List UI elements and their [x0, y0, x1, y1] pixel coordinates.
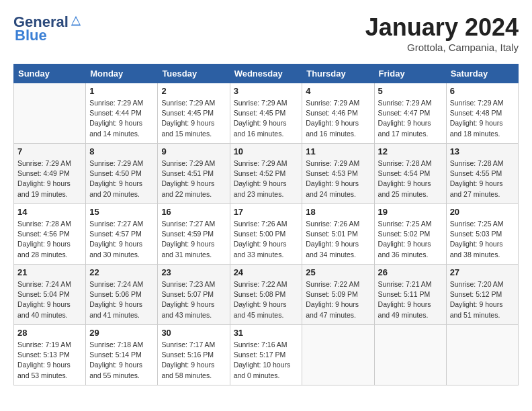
- day-cell: 1Sunrise: 7:29 AMSunset: 4:44 PMDaylight…: [86, 83, 158, 144]
- day-info: Sunrise: 7:28 AMSunset: 4:55 PMDaylight:…: [450, 158, 515, 199]
- week-row-3: 14Sunrise: 7:28 AMSunset: 4:56 PMDayligh…: [14, 204, 519, 265]
- day-cell: 21Sunrise: 7:24 AMSunset: 5:04 PMDayligh…: [14, 265, 86, 325]
- day-info: Sunrise: 7:29 AMSunset: 4:53 PMDaylight:…: [306, 158, 370, 199]
- day-number: 5: [378, 86, 443, 96]
- day-info: Sunrise: 7:29 AMSunset: 4:49 PMDaylight:…: [17, 158, 82, 199]
- week-row-4: 21Sunrise: 7:24 AMSunset: 5:04 PMDayligh…: [14, 265, 519, 325]
- day-info: Sunrise: 7:23 AMSunset: 5:07 PMDaylight:…: [161, 279, 226, 320]
- day-number: 27: [450, 267, 515, 277]
- day-cell: 18Sunrise: 7:26 AMSunset: 5:01 PMDayligh…: [302, 204, 374, 265]
- title-block: January 2024 Grottola, Campania, Italy: [365, 13, 519, 53]
- logo-icon: [70, 15, 82, 27]
- day-number: 8: [89, 146, 154, 156]
- day-number: 2: [161, 86, 226, 96]
- day-info: Sunrise: 7:25 AMSunset: 5:03 PMDaylight:…: [450, 219, 515, 260]
- day-cell: 24Sunrise: 7:22 AMSunset: 5:08 PMDayligh…: [230, 265, 302, 325]
- day-cell: 9Sunrise: 7:29 AMSunset: 4:51 PMDaylight…: [158, 144, 230, 204]
- day-cell: [374, 325, 446, 385]
- col-header-wednesday: Wednesday: [230, 64, 302, 83]
- day-number: 9: [161, 146, 226, 156]
- day-cell: 22Sunrise: 7:24 AMSunset: 5:06 PMDayligh…: [86, 265, 158, 325]
- day-cell: 7Sunrise: 7:29 AMSunset: 4:49 PMDaylight…: [14, 144, 86, 204]
- day-number: 20: [450, 207, 515, 217]
- logo-blue: Blue: [15, 27, 47, 44]
- day-info: Sunrise: 7:29 AMSunset: 4:46 PMDaylight:…: [306, 98, 370, 139]
- day-cell: 2Sunrise: 7:29 AMSunset: 4:45 PMDaylight…: [158, 83, 230, 144]
- col-header-sunday: Sunday: [14, 64, 86, 83]
- day-info: Sunrise: 7:22 AMSunset: 5:08 PMDaylight:…: [234, 279, 299, 320]
- day-info: Sunrise: 7:21 AMSunset: 5:11 PMDaylight:…: [378, 279, 443, 320]
- day-number: 28: [17, 328, 82, 338]
- col-header-tuesday: Tuesday: [158, 64, 230, 83]
- day-info: Sunrise: 7:29 AMSunset: 4:44 PMDaylight:…: [89, 98, 154, 139]
- col-header-saturday: Saturday: [446, 64, 518, 83]
- day-cell: [302, 325, 374, 385]
- day-number: 31: [234, 328, 299, 338]
- day-cell: 20Sunrise: 7:25 AMSunset: 5:03 PMDayligh…: [446, 204, 518, 265]
- day-number: 17: [234, 207, 299, 217]
- day-info: Sunrise: 7:27 AMSunset: 4:59 PMDaylight:…: [161, 219, 226, 260]
- day-number: 30: [161, 328, 226, 338]
- day-number: 10: [234, 146, 299, 156]
- week-row-1: 1Sunrise: 7:29 AMSunset: 4:44 PMDaylight…: [14, 83, 519, 144]
- day-info: Sunrise: 7:22 AMSunset: 5:09 PMDaylight:…: [306, 279, 370, 320]
- day-number: 16: [161, 207, 226, 217]
- day-number: 25: [306, 267, 370, 277]
- day-cell: 26Sunrise: 7:21 AMSunset: 5:11 PMDayligh…: [374, 265, 446, 325]
- col-header-thursday: Thursday: [302, 64, 374, 83]
- day-cell: 19Sunrise: 7:25 AMSunset: 5:02 PMDayligh…: [374, 204, 446, 265]
- week-row-2: 7Sunrise: 7:29 AMSunset: 4:49 PMDaylight…: [14, 144, 519, 204]
- day-number: 23: [161, 267, 226, 277]
- day-number: 12: [378, 146, 443, 156]
- day-info: Sunrise: 7:29 AMSunset: 4:47 PMDaylight:…: [378, 98, 443, 139]
- day-info: Sunrise: 7:16 AMSunset: 5:17 PMDaylight:…: [234, 340, 299, 381]
- day-number: 3: [234, 86, 299, 96]
- day-info: Sunrise: 7:27 AMSunset: 4:57 PMDaylight:…: [89, 219, 154, 260]
- day-cell: 23Sunrise: 7:23 AMSunset: 5:07 PMDayligh…: [158, 265, 230, 325]
- day-number: 26: [378, 267, 443, 277]
- day-cell: 13Sunrise: 7:28 AMSunset: 4:55 PMDayligh…: [446, 144, 518, 204]
- day-cell: 14Sunrise: 7:28 AMSunset: 4:56 PMDayligh…: [14, 204, 86, 265]
- day-number: 11: [306, 146, 370, 156]
- day-info: Sunrise: 7:29 AMSunset: 4:50 PMDaylight:…: [89, 158, 154, 199]
- day-number: 4: [306, 86, 370, 96]
- day-info: Sunrise: 7:20 AMSunset: 5:12 PMDaylight:…: [450, 279, 515, 320]
- day-cell: 30Sunrise: 7:17 AMSunset: 5:16 PMDayligh…: [158, 325, 230, 385]
- day-cell: 29Sunrise: 7:18 AMSunset: 5:14 PMDayligh…: [86, 325, 158, 385]
- month-title: January 2024: [365, 13, 519, 42]
- day-info: Sunrise: 7:29 AMSunset: 4:52 PMDaylight:…: [234, 158, 299, 199]
- day-cell: 17Sunrise: 7:26 AMSunset: 5:00 PMDayligh…: [230, 204, 302, 265]
- day-cell: 25Sunrise: 7:22 AMSunset: 5:09 PMDayligh…: [302, 265, 374, 325]
- day-cell: 15Sunrise: 7:27 AMSunset: 4:57 PMDayligh…: [86, 204, 158, 265]
- day-number: 21: [17, 267, 82, 277]
- day-number: 24: [234, 267, 299, 277]
- logo: General Blue: [13, 13, 82, 44]
- day-number: 6: [450, 86, 515, 96]
- day-info: Sunrise: 7:26 AMSunset: 5:01 PMDaylight:…: [306, 219, 370, 260]
- day-cell: 6Sunrise: 7:29 AMSunset: 4:48 PMDaylight…: [446, 83, 518, 144]
- page-header: General Blue January 2024 Grottola, Camp…: [13, 13, 519, 53]
- day-info: Sunrise: 7:29 AMSunset: 4:45 PMDaylight:…: [234, 98, 299, 139]
- col-header-monday: Monday: [86, 64, 158, 83]
- day-info: Sunrise: 7:26 AMSunset: 5:00 PMDaylight:…: [234, 219, 299, 260]
- day-cell: [446, 325, 518, 385]
- day-cell: 27Sunrise: 7:20 AMSunset: 5:12 PMDayligh…: [446, 265, 518, 325]
- location: Grottola, Campania, Italy: [365, 42, 519, 53]
- day-number: 7: [17, 146, 82, 156]
- day-cell: 3Sunrise: 7:29 AMSunset: 4:45 PMDaylight…: [230, 83, 302, 144]
- day-cell: 16Sunrise: 7:27 AMSunset: 4:59 PMDayligh…: [158, 204, 230, 265]
- day-cell: 8Sunrise: 7:29 AMSunset: 4:50 PMDaylight…: [86, 144, 158, 204]
- week-row-5: 28Sunrise: 7:19 AMSunset: 5:13 PMDayligh…: [14, 325, 519, 385]
- day-number: 1: [89, 86, 154, 96]
- col-header-friday: Friday: [374, 64, 446, 83]
- day-cell: 5Sunrise: 7:29 AMSunset: 4:47 PMDaylight…: [374, 83, 446, 144]
- day-info: Sunrise: 7:29 AMSunset: 4:51 PMDaylight:…: [161, 158, 226, 199]
- day-number: 14: [17, 207, 82, 217]
- day-cell: 11Sunrise: 7:29 AMSunset: 4:53 PMDayligh…: [302, 144, 374, 204]
- day-info: Sunrise: 7:28 AMSunset: 4:54 PMDaylight:…: [378, 158, 443, 199]
- day-info: Sunrise: 7:29 AMSunset: 4:45 PMDaylight:…: [161, 98, 226, 139]
- day-info: Sunrise: 7:29 AMSunset: 4:48 PMDaylight:…: [450, 98, 515, 139]
- day-cell: 10Sunrise: 7:29 AMSunset: 4:52 PMDayligh…: [230, 144, 302, 204]
- day-info: Sunrise: 7:25 AMSunset: 5:02 PMDaylight:…: [378, 219, 443, 260]
- day-cell: 31Sunrise: 7:16 AMSunset: 5:17 PMDayligh…: [230, 325, 302, 385]
